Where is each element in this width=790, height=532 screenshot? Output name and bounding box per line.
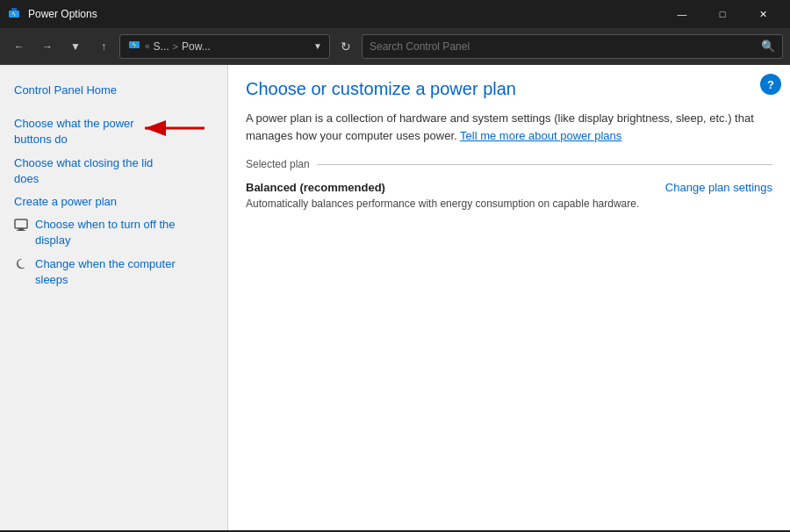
display-icon <box>14 218 28 232</box>
sleep-icon <box>14 257 28 271</box>
display-link-text: Choose when to turn off thedisplay <box>35 217 175 248</box>
breadcrumb-part2: Pow... <box>182 40 211 53</box>
content-area: ? Choose or customize a power plan A pow… <box>228 65 790 530</box>
divider-line <box>317 164 772 165</box>
up-button[interactable]: ↑ <box>91 34 116 59</box>
svg-rect-7 <box>17 230 25 231</box>
breadcrumb-icon <box>127 38 141 54</box>
selected-plan-label: Selected plan <box>246 158 772 170</box>
minimize-button[interactable]: — <box>662 0 702 28</box>
sidebar-item-display[interactable]: Choose when to turn off thedisplay <box>0 213 227 252</box>
breadcrumb-separator: > <box>173 41 178 52</box>
back-button[interactable]: ← <box>7 34 32 59</box>
sidebar: Control Panel Home Choose what the power… <box>0 65 228 530</box>
search-box[interactable]: 🔍 <box>362 34 783 59</box>
main-window: Control Panel Home Choose what the power… <box>0 65 790 530</box>
help-button[interactable]: ? <box>760 74 781 95</box>
breadcrumb-dropdown-btn[interactable]: ▼ <box>313 41 322 51</box>
plan-description: Automatically balances performance with … <box>246 198 639 210</box>
change-plan-link[interactable]: Change plan settings <box>665 181 772 194</box>
search-icon-button[interactable]: 🔍 <box>761 40 775 53</box>
breadcrumb-double-chevron: « <box>145 41 150 51</box>
sidebar-power-buttons-wrapper: Choose what the powerbuttons do <box>0 112 227 151</box>
sidebar-item-create-plan[interactable]: Create a power plan <box>0 191 227 213</box>
window-title: Power Options <box>28 8 662 20</box>
svg-rect-5 <box>15 219 27 228</box>
svg-rect-1 <box>11 8 17 11</box>
plan-info: Balanced (recommended) Automatically bal… <box>246 181 639 210</box>
breadcrumb-bar[interactable]: « S... > Pow... ▼ <box>119 34 330 59</box>
maximize-button[interactable]: □ <box>702 0 743 28</box>
content-description: A power plan is a collection of hardware… <box>246 110 755 144</box>
plan-row: Balanced (recommended) Automatically bal… <box>246 181 772 210</box>
sleep-link-text: Change when the computersleeps <box>35 256 176 288</box>
sidebar-item-lid[interactable]: Choose what closing the liddoes <box>0 152 227 191</box>
selected-plan-section: Selected plan Balanced (recommended) Aut… <box>246 158 772 210</box>
selected-plan-text: Selected plan <box>246 158 310 170</box>
address-bar: ← → ▼ ↑ « S... > Pow... ▼ ↻ 🔍 <box>0 28 790 65</box>
title-bar: Power Options — □ ✕ <box>0 0 790 28</box>
window-controls: — □ ✕ <box>662 0 783 28</box>
refresh-button[interactable]: ↻ <box>334 34 358 59</box>
sidebar-section: Control Panel Home Choose what the power… <box>0 79 227 291</box>
sidebar-item-power-buttons[interactable]: Choose what the powerbuttons do <box>0 112 227 151</box>
sidebar-item-sleep[interactable]: Change when the computersleeps <box>0 253 227 291</box>
recent-button[interactable]: ▼ <box>63 34 88 59</box>
breadcrumb-part1: S... <box>154 40 169 53</box>
close-button[interactable]: ✕ <box>743 0 783 28</box>
search-input[interactable] <box>370 40 761 53</box>
sidebar-item-home[interactable]: Control Panel Home <box>0 79 227 102</box>
forward-button[interactable]: → <box>35 34 60 59</box>
plan-name: Balanced (recommended) <box>246 181 639 194</box>
svg-rect-6 <box>18 228 24 230</box>
app-icon <box>7 7 21 21</box>
learn-more-link[interactable]: Tell me more about power plans <box>460 129 621 142</box>
page-title: Choose or customize a power plan <box>246 79 772 99</box>
